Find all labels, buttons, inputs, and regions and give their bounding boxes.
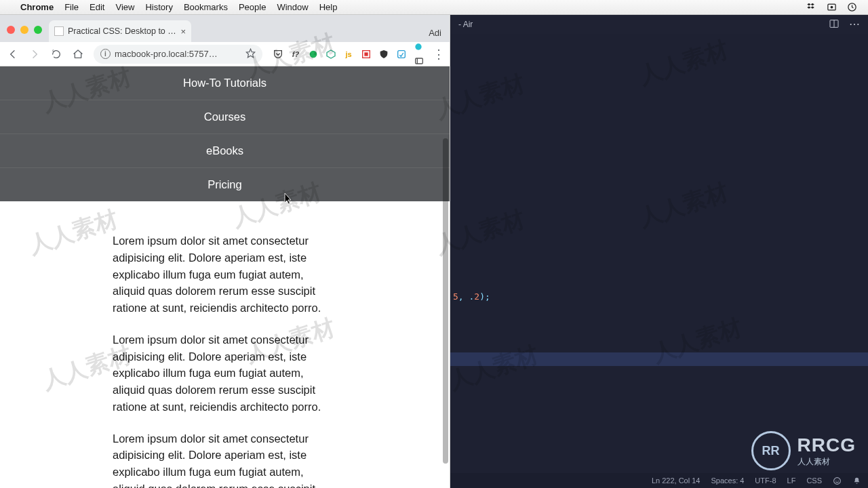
- menubar-edit[interactable]: Edit: [90, 2, 104, 12]
- extension-icon-8[interactable]: [395, 48, 408, 60]
- svg-rect-9: [364, 52, 368, 56]
- status-cursor-pos[interactable]: Ln 222, Col 14: [652, 476, 701, 485]
- status-spaces[interactable]: Spaces: 4: [711, 476, 744, 485]
- split-editor-icon[interactable]: [829, 18, 840, 31]
- tab-close-icon[interactable]: ×: [180, 26, 186, 37]
- page-viewport: How-To Tutorials Courses eBooks Pricing …: [0, 66, 450, 488]
- svg-marker-7: [327, 50, 335, 58]
- extension-icon-4[interactable]: [325, 48, 337, 60]
- address-text: macbook-pro.local:5757…: [115, 49, 241, 59]
- window-close-button[interactable]: [7, 26, 15, 34]
- paragraph: Lorem ipsum dolor sit amet consectetur a…: [113, 430, 334, 489]
- paragraph: Lorem ipsum dolor sit amet consectetur a…: [113, 331, 334, 415]
- chrome-toolbar: i macbook-pro.local:5757… f? js ⋮: [0, 42, 450, 66]
- grammarly-icon[interactable]: [307, 48, 319, 60]
- scrollbar[interactable]: [443, 138, 448, 464]
- svg-point-16: [838, 479, 839, 480]
- menubar-people[interactable]: People: [239, 2, 266, 12]
- vscode-title-fragment: - Air: [458, 20, 473, 29]
- editor-selection: [450, 352, 868, 366]
- pocket-icon[interactable]: [272, 48, 284, 60]
- window-minimize-button[interactable]: [20, 26, 28, 34]
- watermark-logo: RR RRCG 人人素材: [751, 431, 856, 470]
- macos-menubar: Chrome File Edit View History Bookmarks …: [0, 0, 868, 15]
- chrome-tabstrip: Practical CSS: Desktop to mob × Adi: [0, 15, 450, 42]
- back-button[interactable]: [4, 45, 22, 63]
- extension-icon-5[interactable]: js: [342, 48, 355, 60]
- svg-marker-5: [246, 49, 255, 58]
- menubar-app-name[interactable]: Chrome: [20, 2, 54, 12]
- bookmark-star-icon[interactable]: [245, 48, 256, 60]
- nav-item-ebooks[interactable]: eBooks: [0, 134, 450, 167]
- reload-button[interactable]: [47, 45, 65, 63]
- menubar-file[interactable]: File: [64, 2, 79, 12]
- menubar-view[interactable]: View: [115, 2, 134, 12]
- status-language[interactable]: CSS: [806, 476, 822, 485]
- extension-icon-6[interactable]: [360, 48, 372, 60]
- browser-tab[interactable]: Practical CSS: Desktop to mob ×: [49, 20, 191, 42]
- menubar-bookmarks[interactable]: Bookmarks: [184, 2, 228, 12]
- extension-icon-10[interactable]: [413, 55, 425, 67]
- tab-title: Practical CSS: Desktop to mob: [68, 26, 176, 36]
- chrome-window: Practical CSS: Desktop to mob × Adi i ma…: [0, 15, 450, 488]
- status-feedback-icon[interactable]: [833, 476, 842, 485]
- dropbox-icon[interactable]: [806, 2, 816, 13]
- screen-record-icon[interactable]: [826, 2, 837, 13]
- ublock-icon[interactable]: [378, 48, 390, 60]
- vscode-statusbar: Ln 222, Col 14 Spaces: 4 UTF-8 LF CSS: [450, 473, 868, 488]
- clock-icon[interactable]: [846, 2, 857, 13]
- svg-point-1: [830, 6, 833, 9]
- menubar-history[interactable]: History: [145, 2, 172, 12]
- chrome-menu-icon[interactable]: ⋮: [432, 48, 446, 60]
- more-actions-icon[interactable]: ⋯: [849, 19, 860, 30]
- status-encoding[interactable]: UTF-8: [755, 476, 776, 485]
- site-info-icon[interactable]: i: [100, 49, 111, 59]
- whatfont-icon[interactable]: f?: [290, 48, 302, 60]
- menubar-window[interactable]: Window: [277, 2, 308, 12]
- extyoung-icon[interactable]: [413, 41, 425, 67]
- svg-point-6: [310, 50, 317, 58]
- svg-rect-10: [398, 50, 406, 58]
- vscode-titlebar: - Air ⋯: [450, 15, 868, 34]
- tab-favicon-icon: [54, 26, 64, 36]
- svg-point-15: [835, 479, 836, 480]
- paragraph: Lorem ipsum dolor sit amet consectetur a…: [113, 232, 334, 317]
- site-nav: How-To Tutorials Courses eBooks Pricing: [0, 66, 450, 201]
- status-bell-icon[interactable]: [852, 476, 861, 485]
- menubar-help[interactable]: Help: [319, 2, 338, 12]
- status-eol[interactable]: LF: [787, 476, 796, 485]
- vscode-editor[interactable]: 5, .2);: [450, 34, 868, 473]
- window-maximize-button[interactable]: [34, 26, 42, 34]
- nav-item-tutorials[interactable]: How-To Tutorials: [0, 66, 450, 100]
- profile-badge[interactable]: Adi: [429, 28, 441, 38]
- nav-item-courses[interactable]: Courses: [0, 100, 450, 134]
- page-content: Lorem ipsum dolor sit amet consectetur a…: [0, 201, 450, 488]
- svg-rect-12: [416, 58, 423, 64]
- home-button[interactable]: [69, 45, 87, 63]
- address-bar[interactable]: i macbook-pro.local:5757…: [94, 45, 262, 64]
- extension-icons: f? js: [269, 41, 428, 67]
- svg-point-14: [834, 477, 841, 484]
- nav-item-pricing[interactable]: Pricing: [0, 167, 450, 201]
- code-line: 5, .2);: [453, 291, 490, 302]
- svg-point-11: [415, 43, 421, 49]
- forward-button[interactable]: [26, 45, 43, 63]
